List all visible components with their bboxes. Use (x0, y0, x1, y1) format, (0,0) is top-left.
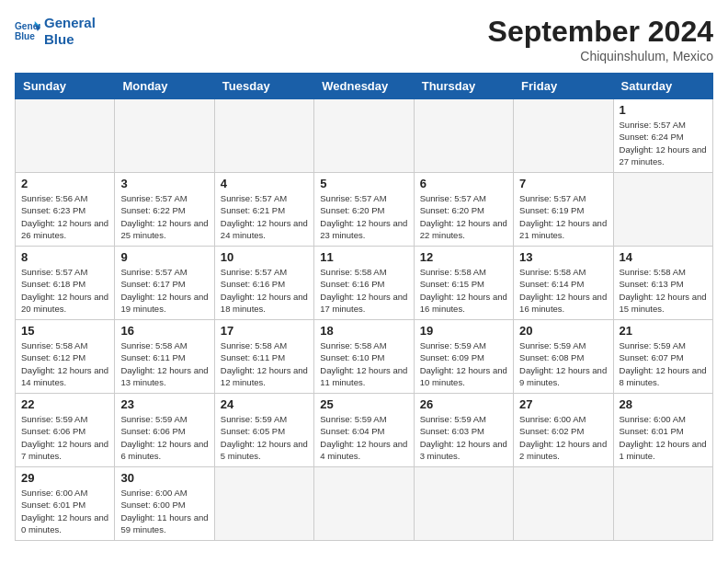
day-cell-23: 23Sunrise: 5:59 AMSunset: 6:06 PMDayligh… (115, 394, 214, 467)
title-block: September 2024 Chiquinshulum, Mexico (488, 15, 713, 63)
empty-cell (115, 99, 214, 173)
day-cell-3: 3Sunrise: 5:57 AMSunset: 6:22 PMDaylight… (115, 173, 214, 247)
day-cell-19: 19Sunrise: 5:59 AMSunset: 6:09 PMDayligh… (414, 320, 513, 394)
column-header-tuesday: Tuesday (214, 74, 313, 99)
svg-text:Blue: Blue (15, 31, 35, 41)
empty-cell (414, 467, 513, 541)
location-subtitle: Chiquinshulum, Mexico (488, 49, 713, 63)
day-cell-10: 10Sunrise: 5:57 AMSunset: 6:16 PMDayligh… (214, 247, 313, 320)
day-cell-28: 28Sunrise: 6:00 AMSunset: 6:01 PMDayligh… (613, 394, 712, 467)
logo-text-line2: Blue (44, 31, 96, 48)
empty-cell (613, 173, 712, 247)
day-cell-20: 20Sunrise: 5:59 AMSunset: 6:08 PMDayligh… (514, 320, 613, 394)
column-header-monday: Monday (115, 74, 214, 99)
day-cell-21: 21Sunrise: 5:59 AMSunset: 6:07 PMDayligh… (613, 320, 712, 394)
logo-icon: General Blue (15, 18, 40, 44)
day-cell-14: 14Sunrise: 5:58 AMSunset: 6:13 PMDayligh… (613, 247, 712, 320)
day-cell-5: 5Sunrise: 5:57 AMSunset: 6:20 PMDaylight… (314, 173, 414, 247)
logo: General Blue General Blue (15, 15, 96, 48)
day-cell-8: 8Sunrise: 5:57 AMSunset: 6:18 PMDaylight… (16, 247, 115, 320)
page-header: General Blue General Blue September 2024… (15, 15, 713, 63)
day-cell-27: 27Sunrise: 6:00 AMSunset: 6:02 PMDayligh… (514, 394, 613, 467)
week-row-3: 8Sunrise: 5:57 AMSunset: 6:18 PMDaylight… (16, 247, 713, 320)
day-cell-26: 26Sunrise: 5:59 AMSunset: 6:03 PMDayligh… (414, 394, 513, 467)
day-cell-17: 17Sunrise: 5:58 AMSunset: 6:11 PMDayligh… (214, 320, 313, 394)
day-cell-29: 29Sunrise: 6:00 AMSunset: 6:01 PMDayligh… (16, 467, 115, 541)
day-cell-16: 16Sunrise: 5:58 AMSunset: 6:11 PMDayligh… (115, 320, 214, 394)
empty-cell (613, 467, 712, 541)
column-header-saturday: Saturday (613, 74, 712, 99)
day-cell-13: 13Sunrise: 5:58 AMSunset: 6:14 PMDayligh… (514, 247, 613, 320)
day-cell-18: 18Sunrise: 5:58 AMSunset: 6:10 PMDayligh… (314, 320, 414, 394)
day-cell-30: 30Sunrise: 6:00 AMSunset: 6:00 PMDayligh… (115, 467, 214, 541)
day-cell-6: 6Sunrise: 5:57 AMSunset: 6:20 PMDaylight… (414, 173, 513, 247)
day-cell-25: 25Sunrise: 5:59 AMSunset: 6:04 PMDayligh… (314, 394, 414, 467)
empty-cell (414, 99, 513, 173)
column-header-sunday: Sunday (16, 74, 115, 99)
day-cell-9: 9Sunrise: 5:57 AMSunset: 6:17 PMDaylight… (115, 247, 214, 320)
logo-text-line1: General (44, 15, 96, 31)
empty-cell (16, 99, 115, 173)
day-cell-22: 22Sunrise: 5:59 AMSunset: 6:06 PMDayligh… (16, 394, 115, 467)
empty-cell (214, 467, 313, 541)
week-row-5: 22Sunrise: 5:59 AMSunset: 6:06 PMDayligh… (16, 394, 713, 467)
empty-cell (514, 467, 613, 541)
day-cell-11: 11Sunrise: 5:58 AMSunset: 6:16 PMDayligh… (314, 247, 414, 320)
day-cell-2: 2Sunrise: 5:56 AMSunset: 6:23 PMDaylight… (16, 173, 115, 247)
column-header-thursday: Thursday (414, 74, 513, 99)
column-header-wednesday: Wednesday (314, 74, 414, 99)
calendar-table: SundayMondayTuesdayWednesdayThursdayFrid… (15, 73, 713, 541)
empty-cell (314, 99, 414, 173)
empty-cell (314, 467, 414, 541)
week-row-4: 15Sunrise: 5:58 AMSunset: 6:12 PMDayligh… (16, 320, 713, 394)
day-cell-1: 1Sunrise: 5:57 AMSunset: 6:24 PMDaylight… (613, 99, 712, 173)
week-row-1: 1Sunrise: 5:57 AMSunset: 6:24 PMDaylight… (16, 99, 713, 173)
day-cell-24: 24Sunrise: 5:59 AMSunset: 6:05 PMDayligh… (214, 394, 313, 467)
week-row-6: 29Sunrise: 6:00 AMSunset: 6:01 PMDayligh… (16, 467, 713, 541)
day-cell-15: 15Sunrise: 5:58 AMSunset: 6:12 PMDayligh… (16, 320, 115, 394)
empty-cell (514, 99, 613, 173)
column-header-friday: Friday (514, 74, 613, 99)
empty-cell (214, 99, 313, 173)
day-cell-12: 12Sunrise: 5:58 AMSunset: 6:15 PMDayligh… (414, 247, 513, 320)
week-row-2: 2Sunrise: 5:56 AMSunset: 6:23 PMDaylight… (16, 173, 713, 247)
day-cell-7: 7Sunrise: 5:57 AMSunset: 6:19 PMDaylight… (514, 173, 613, 247)
calendar-header-row: SundayMondayTuesdayWednesdayThursdayFrid… (16, 74, 713, 99)
day-cell-4: 4Sunrise: 5:57 AMSunset: 6:21 PMDaylight… (214, 173, 313, 247)
month-title: September 2024 (488, 15, 713, 49)
